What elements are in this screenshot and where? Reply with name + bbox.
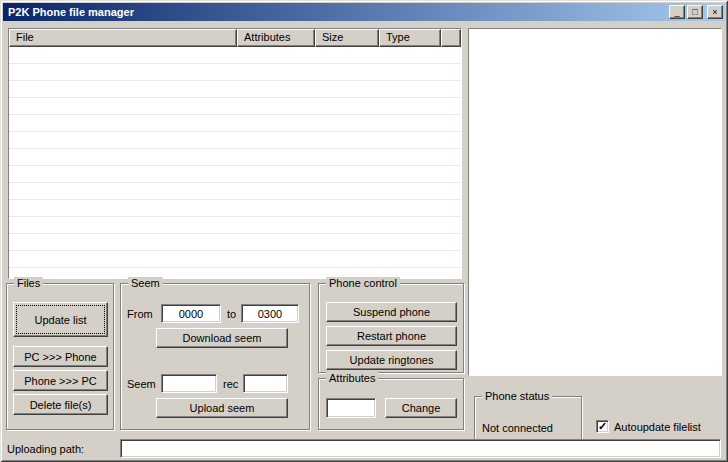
preview-panel bbox=[468, 28, 722, 376]
suspend-phone-button[interactable]: Suspend phone bbox=[326, 302, 457, 322]
minimize-button[interactable]: _ bbox=[669, 5, 685, 19]
title-bar[interactable]: P2K Phone file manager _ □ × bbox=[3, 3, 725, 21]
restart-phone-button[interactable]: Restart phone bbox=[326, 326, 457, 346]
column-header-size[interactable]: Size bbox=[315, 29, 379, 47]
seem-number-input[interactable] bbox=[161, 374, 217, 393]
phone-status-text: Not connected bbox=[482, 422, 553, 434]
autoupdate-checkbox[interactable]: ✓ bbox=[596, 420, 609, 433]
pc-to-phone-button[interactable]: PC >>> Phone bbox=[13, 346, 108, 367]
uploading-path-input[interactable] bbox=[120, 439, 721, 458]
seem-group-label: Seem bbox=[128, 277, 163, 290]
seem-label: Seem bbox=[127, 378, 156, 390]
column-header-attributes[interactable]: Attributes bbox=[237, 29, 315, 47]
phone-status-group-label: Phone status bbox=[482, 390, 552, 403]
phone-control-group-label: Phone control bbox=[326, 277, 400, 290]
window-controls: _ □ × bbox=[667, 5, 723, 19]
attributes-input[interactable] bbox=[326, 398, 376, 418]
maximize-button[interactable]: □ bbox=[687, 5, 703, 19]
rec-label: rec bbox=[223, 378, 238, 390]
seem-from-input[interactable] bbox=[161, 304, 221, 323]
upload-seem-button[interactable]: Upload seem bbox=[156, 398, 288, 418]
update-list-button[interactable]: Update list bbox=[13, 302, 108, 337]
file-list: File Attributes Size Type bbox=[8, 28, 462, 279]
column-header-filler bbox=[441, 29, 461, 47]
to-label: to bbox=[227, 308, 236, 320]
from-label: From bbox=[127, 308, 153, 320]
file-list-body[interactable] bbox=[9, 47, 461, 278]
app-window: P2K Phone file manager _ □ × File Attrib… bbox=[0, 0, 728, 462]
rec-input[interactable] bbox=[243, 374, 288, 393]
file-list-header: File Attributes Size Type bbox=[9, 29, 461, 47]
attributes-group-label: Attributes bbox=[326, 372, 378, 385]
update-ringtones-button[interactable]: Update ringtones bbox=[326, 350, 457, 370]
autoupdate-checkbox-label[interactable]: Autoupdate filelist bbox=[614, 421, 701, 433]
delete-files-button[interactable]: Delete file(s) bbox=[13, 394, 108, 415]
column-header-type[interactable]: Type bbox=[379, 29, 441, 47]
phone-to-pc-button[interactable]: Phone >>> PC bbox=[13, 370, 108, 391]
seem-to-input[interactable] bbox=[241, 304, 299, 323]
uploading-path-label: Uploading path: bbox=[7, 443, 84, 455]
window-title: P2K Phone file manager bbox=[3, 6, 134, 18]
change-attributes-button[interactable]: Change bbox=[385, 398, 457, 418]
close-button[interactable]: × bbox=[707, 5, 723, 19]
download-seem-button[interactable]: Download seem bbox=[156, 328, 288, 348]
column-header-file[interactable]: File bbox=[9, 29, 237, 47]
files-group-label: Files bbox=[14, 277, 43, 290]
